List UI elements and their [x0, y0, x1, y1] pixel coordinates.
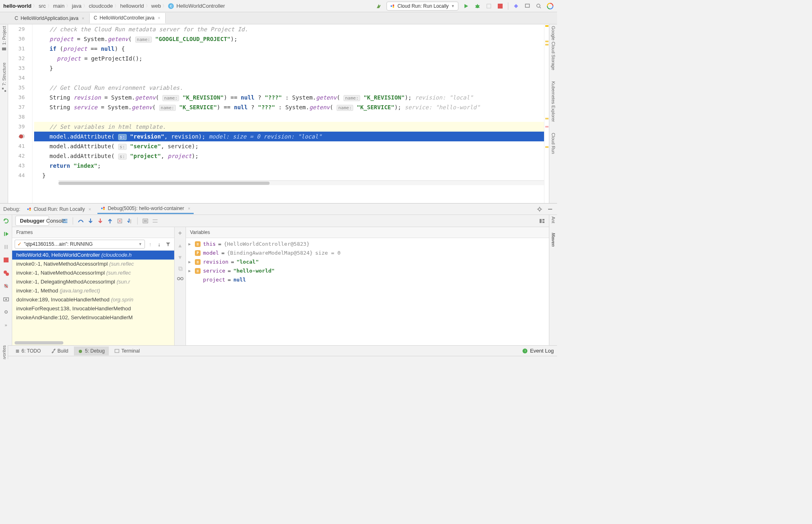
trace-icon[interactable]	[151, 217, 159, 225]
force-step-into-icon[interactable]	[97, 217, 104, 225]
file-tab[interactable]: C HelloWorldController.java ×	[90, 13, 166, 24]
git-icon[interactable]	[512, 2, 520, 10]
step-over-icon[interactable]	[77, 217, 84, 225]
debug-session-tab[interactable]: Debug(5005): hello-world-container×	[97, 204, 194, 214]
variable-row[interactable]: P model = {BindingAwareModelMap@5824} si…	[188, 249, 546, 258]
breadcrumb-root[interactable]: hello-world	[3, 3, 31, 9]
drop-frame-icon[interactable]	[116, 217, 123, 225]
breadcrumb-seg[interactable]: main	[53, 3, 65, 9]
k8s-tool-button[interactable]: Kubernetes Explorer	[551, 81, 556, 123]
variable-row[interactable]: ▶≡ service = "hello-world"	[188, 266, 546, 275]
breadcrumb[interactable]: hello-world 〉 src 〉 main 〉 java 〉 cloudc…	[3, 3, 374, 9]
next-frame-icon[interactable]: ↓	[155, 240, 163, 248]
run-button[interactable]	[462, 2, 470, 10]
run-to-cursor-icon[interactable]	[126, 217, 133, 225]
close-icon[interactable]: ×	[81, 16, 85, 21]
error-stripe[interactable]	[544, 24, 549, 203]
coverage-button[interactable]	[485, 2, 492, 10]
gcs-tool-button[interactable]: Google Cloud Storage	[551, 26, 556, 71]
up-icon[interactable]: ▲	[177, 243, 183, 249]
structure-tool-button[interactable]: 7: Structure	[2, 63, 6, 92]
indent[interactable]: 2 spaces*	[521, 358, 542, 359]
event-log-button[interactable]: iEvent Log	[523, 348, 554, 354]
breakpoint-icon[interactable]	[19, 134, 23, 139]
frames-list[interactable]: helloWorld:40, HelloWorldController (clo…	[12, 251, 174, 345]
maven-tool-button[interactable]: Maven	[551, 233, 556, 248]
evaluate-icon[interactable]	[142, 217, 149, 225]
resume-icon[interactable]	[2, 230, 10, 238]
prev-frame-icon[interactable]: ↑	[147, 240, 154, 248]
camera-icon[interactable]	[2, 295, 10, 303]
stack-frame[interactable]: invoke:-1, Method (java.lang.reflect)	[12, 286, 174, 295]
rerun-icon[interactable]	[2, 217, 10, 225]
stack-frame[interactable]: invoke0:-1, NativeMethodAccessorImpl (su…	[12, 260, 174, 268]
more-icon[interactable]: »	[2, 321, 10, 329]
breadcrumb-seg[interactable]: java	[72, 3, 82, 9]
run-configuration-selector[interactable]: Cloud Run: Run Locally ▼	[387, 2, 458, 11]
line-ending[interactable]: LF	[490, 358, 496, 359]
horizontal-scrollbar[interactable]	[58, 180, 544, 185]
code-editor[interactable]: 2930313233343536373839 40 41424344 // ch…	[8, 24, 549, 203]
close-icon[interactable]: ×	[186, 206, 190, 211]
minimize-icon[interactable]	[546, 206, 554, 213]
step-out-icon[interactable]	[106, 217, 114, 225]
breadcrumb-seg[interactable]: web	[151, 3, 161, 9]
add-watch-icon[interactable]: +	[178, 230, 182, 237]
search-icon[interactable]	[524, 2, 531, 10]
gear-icon[interactable]	[536, 206, 543, 213]
code-area[interactable]: // check the Cloud Run metadata server f…	[32, 24, 544, 203]
breadcrumb-seg[interactable]: src	[39, 3, 45, 9]
pause-icon[interactable]	[2, 243, 10, 251]
file-tab[interactable]: C HelloWorldApplication.java ×	[11, 13, 90, 23]
ant-tool-button[interactable]: Ant	[551, 217, 556, 225]
debug-tool-window: Debug: Cloud Run: Run Locally× Debug(500…	[0, 203, 557, 345]
debug-tab[interactable]: 5: Debug	[74, 346, 109, 355]
variable-row[interactable]: ▶≡ this = {HelloWorldController@5823}	[188, 240, 546, 249]
stack-frame[interactable]: invoke:-1, NativeMethodAccessorImpl (sun…	[12, 268, 174, 277]
copy-icon[interactable]	[178, 266, 183, 271]
caret-position[interactable]: 39:11	[472, 358, 484, 359]
stack-frame[interactable]: invokeAndHandle:102, ServletInvocableHan…	[12, 313, 174, 322]
filter-icon[interactable]	[164, 240, 172, 248]
variable-row[interactable]: oo project = null	[188, 275, 546, 284]
todo-tab[interactable]: ≣6: TODO	[11, 346, 45, 355]
step-into-icon[interactable]	[87, 217, 94, 225]
build-icon[interactable]	[375, 2, 382, 10]
thread-selector[interactable]: ✓ "qtp41360155…ain": RUNNING ▼	[15, 240, 145, 249]
layout-icon[interactable]	[538, 217, 546, 225]
gcloud-icon[interactable]	[546, 2, 554, 10]
breadcrumb-seg[interactable]: HelloWorldController	[176, 3, 225, 9]
settings-icon[interactable]	[2, 308, 10, 316]
encoding[interactable]: UTF-8	[501, 358, 515, 359]
terminal-tab[interactable]: Terminal	[110, 346, 144, 355]
breadcrumb-seg[interactable]: cloudcode	[89, 3, 113, 9]
gutter[interactable]: 2930313233343536373839 40 41424344	[8, 24, 32, 203]
breadcrumb-seg[interactable]: helloworld	[120, 3, 144, 9]
inspector-icon[interactable]	[548, 358, 554, 359]
cloudrun-tool-button[interactable]: Cloud Run	[551, 133, 556, 155]
variables-list[interactable]: ▶≡ this = {HelloWorldController@5823} P …	[186, 238, 549, 345]
debug-button[interactable]	[474, 2, 481, 10]
close-icon[interactable]: ×	[157, 15, 161, 20]
project-tool-button[interactable]: 1: Project	[2, 26, 6, 51]
stack-frame[interactable]: helloWorld:40, HelloWorldController (clo…	[12, 251, 174, 260]
stop-icon[interactable]	[2, 256, 10, 264]
mute-breakpoints-icon[interactable]	[2, 282, 10, 290]
variable-row[interactable]: ▶≡ revision = "local"	[188, 258, 546, 266]
threads-icon[interactable]	[61, 217, 69, 225]
search-everywhere-icon[interactable]	[535, 2, 542, 10]
favorites-tool-button[interactable]: 2: Favorites	[2, 345, 6, 359]
debugger-tab[interactable]: Debugger	[15, 216, 49, 226]
down-icon[interactable]: ▼	[177, 254, 183, 260]
debug-session-tab[interactable]: Cloud Run: Run Locally×	[24, 205, 95, 214]
stack-frame[interactable]: invokeForRequest:138, InvocableHandlerMe…	[12, 304, 174, 313]
view-breakpoints-icon[interactable]	[2, 269, 10, 277]
stack-frame[interactable]: invoke:-1, DelegatingMethodAccessorImpl …	[12, 277, 174, 286]
stop-button[interactable]	[497, 2, 504, 10]
stack-frame[interactable]: doInvoke:189, InvocableHandlerMethod (or…	[12, 295, 174, 304]
build-tab[interactable]: Build	[47, 346, 73, 355]
horizontal-scrollbar[interactable]	[15, 341, 63, 344]
console-tab[interactable]: Console	[52, 217, 59, 225]
glasses-icon[interactable]	[177, 277, 184, 281]
close-icon[interactable]: ×	[87, 207, 91, 212]
